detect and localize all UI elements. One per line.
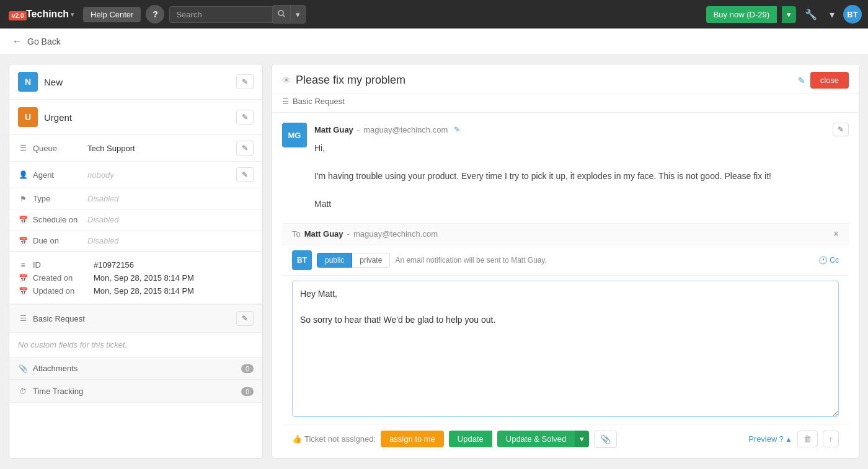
close-ticket-button[interactable]: close xyxy=(810,72,849,89)
ticket-not-assigned-label: 👍 Ticket not assigned: xyxy=(292,434,376,444)
edit-queue-button[interactable]: ✎ xyxy=(236,141,254,156)
id-section: ≡ ID #10972156 📅 Created on Mon, Sep 28,… xyxy=(9,252,262,304)
update-solved-dropdown-button[interactable]: ▾ xyxy=(575,431,589,447)
message-edit-button[interactable]: ✎ xyxy=(833,123,849,136)
ticket-title: Please fix my problem xyxy=(296,74,793,87)
attachments-count-badge: 0 xyxy=(241,364,254,373)
agent-label: Agent xyxy=(33,170,82,180)
search-button[interactable] xyxy=(273,5,291,24)
queue-icon: ☰ xyxy=(18,144,28,152)
settings-extra-icon[interactable]: ▾ xyxy=(826,6,838,23)
reply-to-row: To Matt Guay - maguay@techinch.com × xyxy=(282,224,849,245)
time-tracking-section-header: ⏱ Time Tracking 0 xyxy=(9,380,262,403)
agent-field-row: 👤 Agent nobody ✎ xyxy=(9,162,262,188)
go-back-bar: ← Go Back xyxy=(0,28,868,55)
left-panel: N New ✎ U Urgent ✎ ☰ Queue Tech Support … xyxy=(9,64,263,458)
queue-value: Tech Support xyxy=(87,144,231,153)
buy-now-button[interactable]: Buy now (D-29) xyxy=(706,6,777,23)
scroll-up-button[interactable]: ↑ xyxy=(823,431,839,447)
updated-value: Mon, Sep 28, 2015 8:14 PM xyxy=(94,286,194,296)
queue-field-row: ☰ Queue Tech Support ✎ xyxy=(9,135,262,162)
id-label: ID xyxy=(33,260,89,270)
id-icon: ≡ xyxy=(18,261,28,270)
discard-button[interactable]: 🗑 xyxy=(797,431,818,447)
edit-agent-button[interactable]: ✎ xyxy=(236,167,254,182)
user-avatar-nav[interactable]: BT xyxy=(843,5,862,24)
type-icon: ⚑ xyxy=(18,195,28,203)
status-new-label: New xyxy=(44,77,230,87)
attach-button[interactable]: 📎 xyxy=(594,431,617,448)
agent-icon: 👤 xyxy=(18,170,28,179)
thumbs-up-icon: 👍 xyxy=(292,434,302,444)
buy-now-dropdown-button[interactable]: ▾ xyxy=(782,6,796,23)
edit-status-new-button[interactable]: ✎ xyxy=(236,74,254,89)
go-back-arrow-icon: ← xyxy=(12,36,22,47)
due-label: Due on xyxy=(33,236,82,245)
reply-close-button[interactable]: × xyxy=(833,229,839,240)
created-icon: 📅 xyxy=(18,274,28,283)
status-urgent-label: Urgent xyxy=(44,112,230,123)
message-email-edit-icon[interactable]: ✎ xyxy=(454,125,460,134)
version-badge: v2.0 xyxy=(9,11,27,20)
preview-question-icon: ? xyxy=(779,434,783,444)
basic-request-section-icon: ☰ xyxy=(18,314,28,323)
message-content: Matt Guay - maguay@techinch.com ✎ ✎ Hi, … xyxy=(314,123,849,211)
ticket-status-urgent-row: U Urgent ✎ xyxy=(9,100,262,135)
basic-request-section-label: Basic Request xyxy=(33,314,231,323)
due-value: Disabled xyxy=(87,236,254,245)
queue-label: Queue xyxy=(33,144,82,153)
status-badge-new: N xyxy=(18,72,38,92)
top-navigation: v2.0 Techinch ▾ Help Center ? ▾ Buy now … xyxy=(0,0,868,28)
question-icon-button[interactable]: ? xyxy=(146,5,164,24)
brand-caret-icon[interactable]: ▾ xyxy=(71,11,74,19)
search-input[interactable] xyxy=(169,6,273,23)
main-content: N New ✎ U Urgent ✎ ☰ Queue Tech Support … xyxy=(0,55,868,467)
reply-footer: 👍 Ticket not assigned: assign to me Upda… xyxy=(282,424,849,454)
preview-up-icon: ▲ xyxy=(786,436,792,443)
cc-button[interactable]: 🕐 Cc xyxy=(818,256,839,265)
reply-to-label: To xyxy=(292,229,301,239)
id-value: #10972156 xyxy=(94,260,134,270)
message-body: Hi, I'm having trouble using your produc… xyxy=(314,141,849,211)
edit-status-urgent-button[interactable]: ✎ xyxy=(236,110,254,125)
ticket-status-new-row: N New ✎ xyxy=(9,64,262,100)
type-field-row: ⚑ Type Disabled xyxy=(9,188,262,209)
public-visibility-button[interactable]: public xyxy=(317,253,352,268)
reply-textarea[interactable]: Hey Matt, So sorry to hear that! We'd be… xyxy=(292,281,839,417)
status-badge-urgent: U xyxy=(18,107,38,127)
reply-editor-header: BT public private An email notification … xyxy=(282,245,849,276)
schedule-value: Disabled xyxy=(87,215,254,224)
update-solved-group: Update & Solved ▾ xyxy=(497,431,590,447)
private-visibility-button[interactable]: private xyxy=(352,253,390,268)
time-tracking-label: Time Tracking xyxy=(33,387,236,396)
id-row: ≡ ID #10972156 xyxy=(18,258,254,271)
basic-request-label: Basic Request xyxy=(293,97,345,106)
help-center-button[interactable]: Help Center xyxy=(83,7,141,22)
time-tracking-count-badge: 0 xyxy=(241,387,254,396)
update-button[interactable]: Update xyxy=(449,431,492,447)
edit-basic-request-button[interactable]: ✎ xyxy=(236,311,254,326)
title-edit-icon[interactable]: ✎ xyxy=(798,76,805,85)
due-field-row: 📅 Due on Disabled xyxy=(9,230,262,252)
message-avatar: MG xyxy=(282,123,307,147)
type-value: Disabled xyxy=(87,194,254,203)
message-line1: Hi, xyxy=(314,143,325,153)
update-solved-button[interactable]: Update & Solved xyxy=(497,431,575,447)
go-back-link[interactable]: Go Back xyxy=(27,37,61,46)
preview-link[interactable]: Preview ? ▲ xyxy=(748,434,792,444)
reply-to-email: maguay@techinch.com xyxy=(353,229,438,239)
message-sep: - xyxy=(357,125,360,134)
cc-label: Cc xyxy=(830,256,839,265)
ticket-title-bar: 👁 Please fix my problem ✎ close xyxy=(272,64,859,94)
updated-label: Updated on xyxy=(33,286,89,296)
basic-request-section-header: ☰ Basic Request ✎ xyxy=(9,304,262,333)
settings-wrench-icon[interactable]: 🔧 xyxy=(801,6,821,23)
assign-to-me-button[interactable]: assign to me xyxy=(381,431,444,447)
search-dropdown-button[interactable]: ▾ xyxy=(291,5,306,24)
attachments-icon: 📎 xyxy=(18,364,28,373)
created-value: Mon, Sep 28, 2015 8:14 PM xyxy=(94,273,194,283)
reply-to-author: Matt Guay xyxy=(304,229,343,239)
brand-name: Techinch xyxy=(26,9,69,20)
reply-area: To Matt Guay - maguay@techinch.com × BT … xyxy=(282,223,849,454)
updated-row: 📅 Updated on Mon, Sep 28, 2015 8:14 PM xyxy=(18,284,254,297)
